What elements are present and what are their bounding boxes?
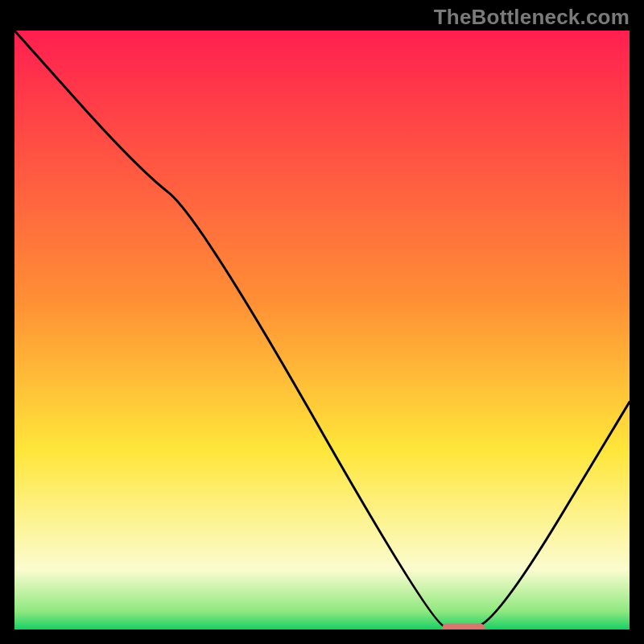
chart-background [14, 31, 630, 630]
chart-frame [11, 27, 633, 633]
optimum-marker [442, 624, 485, 630]
watermark-text: TheBottleneck.com [434, 5, 630, 30]
bottleneck-chart [14, 31, 630, 630]
